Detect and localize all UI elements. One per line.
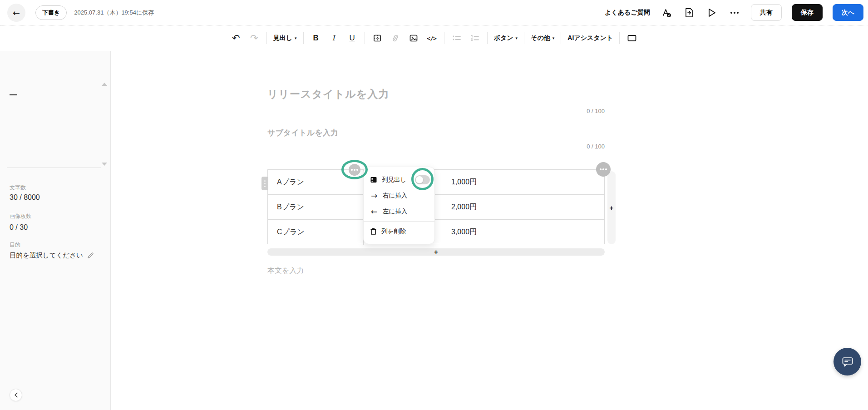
insert-image-button[interactable] [408,31,419,45]
menu-item-insert-left[interactable]: ← 左に挿入 [364,203,434,219]
support-chat-button[interactable] [833,348,861,375]
toolbar-divider [619,32,620,44]
formatting-toolbar: ↶ ↷ 見出し ▾ B I U [0,25,868,51]
table-cell-plan[interactable]: Aプラン [268,170,364,195]
faq-link[interactable]: よくあるご質問 [605,9,650,17]
preview-button[interactable] [705,6,718,19]
column-context-menu: 列見出し → 右に挿入 ← 左に挿入 列を削除 [363,167,435,244]
saved-timestamp: 2025.07.31（木）19:54に保存 [74,9,154,17]
heading-dropdown[interactable]: 見出し ▾ [273,31,297,45]
char-count-label: 文字数 [10,184,26,192]
back-button[interactable]: ← [7,4,25,22]
sidebar-divider [7,168,101,168]
undo-icon: ↶ [232,34,240,43]
more-horizontal-icon [730,12,739,14]
chat-bubble-icon [841,356,854,368]
table-icon [373,34,382,43]
redo-button[interactable]: ↷ [248,31,260,45]
subtitle-char-counter: 0 / 100 [267,143,605,150]
monitor-icon [627,34,637,43]
undo-button[interactable]: ↶ [230,31,242,45]
purpose-selector[interactable]: 目的を選択してください [10,251,94,260]
image-icon [409,34,418,43]
document-export-icon [684,7,694,18]
table-cell-plan[interactable]: Cプラン [268,220,364,245]
redo-icon: ↷ [250,34,258,43]
arrow-right-icon: → [370,191,378,200]
chevron-down-icon: ▾ [516,36,518,40]
italic-button[interactable]: I [328,31,340,45]
screen-preview-button[interactable] [626,31,638,45]
numbered-list-button[interactable] [469,31,481,45]
toolbar-divider [561,32,561,44]
toolbar-divider [365,32,365,44]
toolbar-divider [303,32,304,44]
bullet-list-icon [452,34,462,43]
table-options-button[interactable] [596,162,611,177]
toolbar-divider [524,32,524,44]
release-editor-page: ← 下書き 2025.07.31（木）19:54に保存 よくあるご質問 [0,0,868,410]
pricing-table: Aプラン 1,000円 Bプラン 2,000円 Cプラン 3,000円 [267,169,605,244]
char-count-value: 30 / 8000 [10,193,40,202]
play-icon [707,8,716,18]
more-menu-button[interactable] [728,6,741,19]
chevron-down-icon: ▾ [295,36,297,40]
status-badge: 下書き [35,5,67,20]
scroll-up-icon[interactable] [102,83,107,86]
insert-link-button[interactable] [390,31,401,45]
bullet-list-button[interactable] [451,31,463,45]
add-row-button[interactable]: + [267,248,605,256]
image-count-label: 画像枚数 [10,212,31,220]
toolbar-divider [266,32,267,44]
insert-code-button[interactable]: </> [426,31,438,45]
column-header-icon [370,176,377,183]
purpose-value: 目的を選択してください [10,251,83,260]
table-cell-price[interactable]: 2,000円 [442,195,605,220]
insert-table-button[interactable] [371,31,383,45]
menu-item-insert-right[interactable]: → 右に挿入 [364,188,434,203]
save-button[interactable]: 保存 [792,4,823,21]
column-options-button[interactable] [349,164,360,176]
underline-button[interactable]: U [346,31,358,45]
row-drag-handle[interactable] [261,177,268,190]
title-char-counter: 0 / 100 [267,108,605,114]
chevron-down-icon: ▾ [552,36,555,40]
header: ← 下書き 2025.07.31（木）19:54に保存 よくあるご質問 [0,0,868,25]
spellcheck-icon [661,7,672,18]
arrow-left-icon: ← [370,207,378,216]
table-cell-price[interactable]: 3,000円 [442,220,605,245]
header-actions: よくあるご質問 [605,4,863,21]
toolbar-divider [444,32,444,44]
table-cell-plan[interactable]: Bプラン [268,195,364,220]
button-dropdown[interactable]: ボタン ▾ [494,31,518,45]
ai-assistant-button[interactable]: AIアシスタント [567,31,613,45]
menu-divider [364,221,434,222]
menu-item-column-header[interactable]: 列見出し [364,172,434,188]
pencil-icon [87,252,94,259]
chevron-left-icon [14,392,18,398]
numbered-list-icon [470,34,480,43]
add-column-button[interactable]: + [607,171,616,244]
subtitle-input[interactable]: サブタイトルを入力 [267,128,605,138]
image-count-value: 0 / 30 [10,223,28,232]
share-button[interactable]: 共有 [751,4,782,21]
bold-button[interactable]: B [310,31,322,45]
release-title-input[interactable]: リリースタイトルを入力 [267,87,605,101]
proofread-button[interactable] [660,6,673,19]
column-header-toggle[interactable] [415,175,430,184]
back-arrow-icon: ← [13,8,20,18]
menu-item-delete-column[interactable]: 列を削除 [364,223,434,239]
table-cell-price[interactable]: 1,000円 [442,170,605,195]
purpose-label: 目的 [10,241,20,249]
trash-icon [370,227,377,235]
next-button[interactable]: 次へ [833,4,863,21]
body-text-input[interactable]: 本文を入力 [267,266,605,276]
sidebar: 文字数 30 / 8000 画像枚数 0 / 30 目的 目的を選択してください [0,51,111,410]
other-dropdown[interactable]: その他 ▾ [531,31,554,45]
sidebar-collapse-button[interactable] [10,389,22,401]
link-icon [390,34,400,43]
toolbar-divider [487,32,488,44]
export-document-button[interactable] [683,6,695,19]
scroll-down-icon[interactable] [102,163,107,166]
page-outline-marker[interactable] [10,94,17,95]
